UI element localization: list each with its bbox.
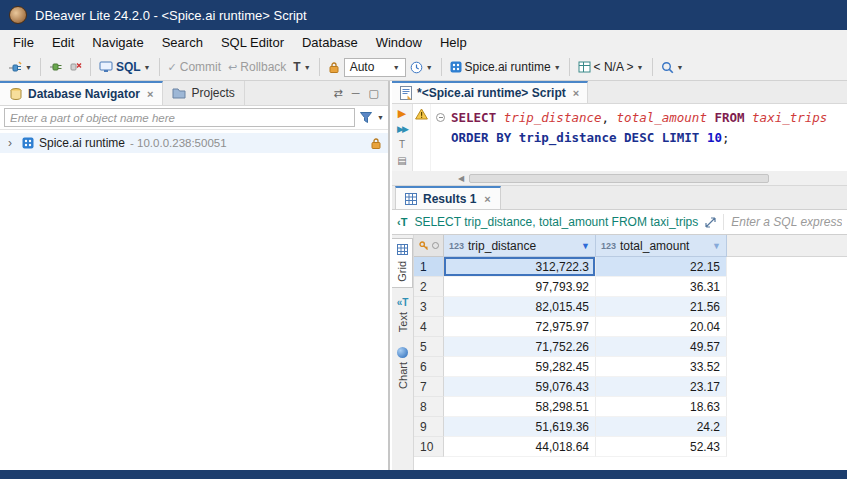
row-number[interactable]: 9: [414, 417, 444, 437]
tree-item-connection[interactable]: › Spice.ai runtime - 10.0.0.238:50051: [0, 133, 388, 153]
tab-projects[interactable]: Projects: [163, 81, 244, 105]
row-number[interactable]: 3: [414, 297, 444, 317]
menu-navigate[interactable]: Navigate: [83, 32, 152, 53]
sort-desc-icon[interactable]: ▼: [581, 241, 590, 251]
search-button[interactable]: ▼: [658, 59, 687, 76]
grid-row-3[interactable]: 382,015.4521.56: [414, 297, 847, 317]
menu-help[interactable]: Help: [431, 32, 476, 53]
row-number[interactable]: 10: [414, 437, 444, 457]
scroll-left-icon[interactable]: ◀: [458, 174, 464, 183]
schema-selector[interactable]: < N/A > ▼: [575, 58, 647, 76]
menu-search[interactable]: Search: [153, 32, 212, 53]
lock-button[interactable]: [325, 59, 343, 75]
cell-trip_distance[interactable]: 59,076.43: [444, 377, 596, 397]
menu-edit[interactable]: Edit: [43, 32, 83, 53]
cell-total_amount[interactable]: 23.17: [596, 377, 727, 397]
row-number[interactable]: 7: [414, 377, 444, 397]
minimize-view-icon[interactable]: ─: [352, 87, 360, 100]
column-header-total_amount[interactable]: 123total_amount▼: [596, 235, 727, 257]
cell-total_amount[interactable]: 18.63: [596, 397, 727, 417]
grid-row-7[interactable]: 759,076.4323.17: [414, 377, 847, 397]
row-number[interactable]: 2: [414, 277, 444, 297]
cell-total_amount[interactable]: 24.2: [596, 417, 727, 437]
grid-row-1[interactable]: 1312,722.322.15: [414, 257, 847, 277]
cell-trip_distance[interactable]: 82,015.45: [444, 297, 596, 317]
lock-icon: [328, 61, 340, 73]
presentation-tab-grid[interactable]: Grid: [392, 238, 413, 288]
filter-icon[interactable]: [360, 112, 372, 123]
grid-corner[interactable]: [414, 235, 444, 257]
cell-trip_distance[interactable]: 59,282.45: [444, 357, 596, 377]
maximize-view-icon[interactable]: ▢: [369, 87, 379, 100]
link-editor-icon[interactable]: ⇄: [334, 87, 343, 100]
sql-editor-button[interactable]: SQL ▼: [96, 58, 154, 76]
menu-database[interactable]: Database: [293, 32, 367, 53]
presentation-tab-text[interactable]: «TText: [392, 293, 413, 337]
commit-mode-combo[interactable]: Auto ▼: [344, 58, 406, 77]
cell-total_amount[interactable]: 33.52: [596, 357, 727, 377]
cell-trip_distance[interactable]: 51,619.36: [444, 417, 596, 437]
sort-desc-icon[interactable]: ▼: [712, 241, 721, 251]
close-icon[interactable]: ×: [573, 87, 579, 99]
cell-total_amount[interactable]: 52.43: [596, 437, 727, 457]
close-icon[interactable]: ×: [484, 193, 490, 205]
row-number[interactable]: 1: [414, 257, 444, 277]
scrollbar-thumb[interactable]: [469, 174, 769, 183]
plug-icon: [8, 61, 22, 74]
grid-row-9[interactable]: 951,619.3624.2: [414, 417, 847, 437]
new-connection-button[interactable]: ▼: [5, 59, 35, 76]
menu-file[interactable]: File: [4, 32, 43, 53]
cell-total_amount[interactable]: 22.15: [596, 257, 727, 277]
sql-editor[interactable]: SELECT trip_distance, total_amount FROM …: [431, 104, 847, 171]
row-number[interactable]: 5: [414, 337, 444, 357]
expand-chevron-icon[interactable]: ›: [8, 136, 17, 150]
row-number[interactable]: 8: [414, 397, 444, 417]
app-icon: [9, 6, 27, 24]
export-results-button[interactable]: T: [399, 140, 405, 150]
grid-row-2[interactable]: 297,793.9236.31: [414, 277, 847, 297]
row-number[interactable]: 6: [414, 357, 444, 377]
cell-trip_distance[interactable]: 97,793.92: [444, 277, 596, 297]
close-icon[interactable]: ×: [147, 88, 153, 100]
output-panel-button[interactable]: ▤: [397, 156, 406, 166]
expand-filter-icon[interactable]: [705, 217, 716, 228]
presentation-tab-chart[interactable]: Chart: [392, 342, 413, 394]
rollback-button[interactable]: ↩ Rollback: [225, 58, 289, 76]
filter-caret-icon[interactable]: ▼: [377, 114, 384, 121]
cell-trip_distance[interactable]: 71,752.26: [444, 337, 596, 357]
cell-trip_distance[interactable]: 58,298.51: [444, 397, 596, 417]
menu-sql-editor[interactable]: SQL Editor: [212, 32, 293, 53]
cell-total_amount[interactable]: 49.57: [596, 337, 727, 357]
editor-hscrollbar[interactable]: ◀: [392, 171, 847, 186]
cell-trip_distance[interactable]: 44,018.64: [444, 437, 596, 457]
result-filter-input[interactable]: Enter a SQL expression to: [731, 215, 842, 229]
cell-total_amount[interactable]: 21.56: [596, 297, 727, 317]
tab-results-1[interactable]: Results 1 ×: [395, 186, 501, 209]
grid-row-6[interactable]: 659,282.4533.52: [414, 357, 847, 377]
tab-database-navigator[interactable]: Database Navigator ×: [0, 81, 163, 105]
execute-statement-button[interactable]: ▶: [398, 108, 406, 119]
column-header-trip_distance[interactable]: 123trip_distance▼: [444, 235, 596, 257]
menu-window[interactable]: Window: [367, 32, 431, 53]
editor-side-toolbar: ▶ ▶▶ T ▤: [392, 104, 413, 171]
navigator-tree: › Spice.ai runtime - 10.0.0.238:50051: [0, 130, 388, 470]
tab-sql-script[interactable]: *<Spice.ai runtime> Script ×: [392, 81, 588, 103]
transaction-log-button[interactable]: ▼: [407, 59, 436, 76]
fold-collapse-icon[interactable]: [436, 109, 451, 128]
grid-row-4[interactable]: 472,975.9720.04: [414, 317, 847, 337]
transaction-mode-button[interactable]: T ▼: [290, 58, 313, 76]
grid-row-10[interactable]: 1044,018.6452.43: [414, 437, 847, 457]
connect-button[interactable]: [46, 59, 65, 75]
commit-button[interactable]: ✓ Commit: [165, 58, 225, 76]
disconnect-button[interactable]: [66, 59, 85, 75]
cell-trip_distance[interactable]: 72,975.97: [444, 317, 596, 337]
grid-row-5[interactable]: 571,752.2649.57: [414, 337, 847, 357]
cell-total_amount[interactable]: 36.31: [596, 277, 727, 297]
cell-trip_distance[interactable]: 312,722.3: [444, 257, 596, 277]
object-filter-input[interactable]: [4, 108, 355, 127]
grid-row-8[interactable]: 858,298.5118.63: [414, 397, 847, 417]
connection-selector[interactable]: Spice.ai runtime ▼: [447, 58, 564, 76]
row-number[interactable]: 4: [414, 317, 444, 337]
execute-script-button[interactable]: ▶▶: [397, 125, 407, 134]
cell-total_amount[interactable]: 20.04: [596, 317, 727, 337]
